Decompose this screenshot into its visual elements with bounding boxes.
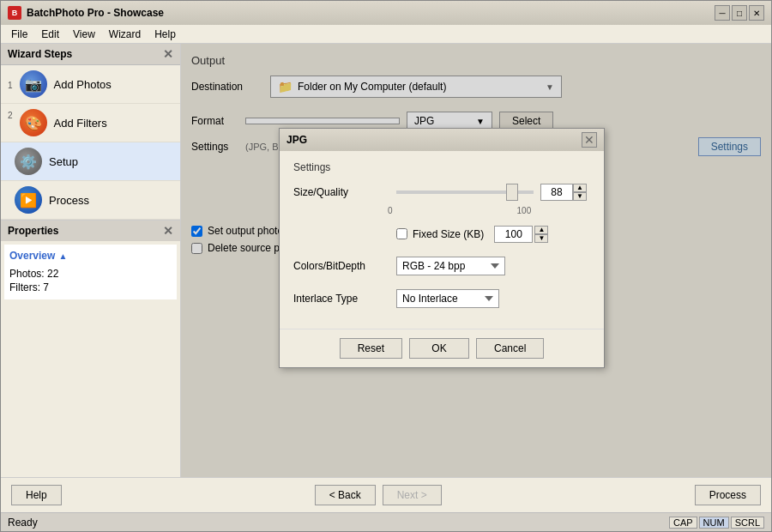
menu-help[interactable]: Help [148,27,183,41]
sidebar-item-add-filters[interactable]: 2 🎨 Add Filters [1,104,180,142]
slider-max-label: 100 [517,206,532,215]
fixed-size-down-button[interactable]: ▼ [534,234,548,243]
bottom-bar: Help < Back Next > Process [1,477,771,512]
modal-footer: Reset OK Cancel [280,329,604,367]
quality-up-button[interactable]: ▲ [573,184,587,192]
sidebar-item-process[interactable]: ▶️ Process [1,181,180,220]
add-photos-icon: 📷 [20,70,47,98]
slider-container: ▲ ▼ [396,184,590,201]
interlace-label: Interlace Type [293,293,388,305]
status-bar: Ready CAP NUM SCRL [1,512,771,531]
bottom-left: Help [11,485,62,505]
reset-button[interactable]: Reset [340,338,402,359]
step-num-2: 2 [8,111,13,120]
fixed-size-input-group: ▲ ▼ [494,226,548,243]
size-quality-label: Size/Quality [293,186,388,198]
interlace-row: Interlace Type No Interlace Progressive [293,289,590,308]
back-button[interactable]: < Back [315,485,376,505]
main-window: B BatchPhoto Pro - Showcase ─ □ ✕ File E… [0,0,772,532]
sidebar-item-setup[interactable]: ⚙️ Setup [1,142,180,181]
photos-count: Photos: 22 [9,267,172,281]
quality-spinner-buttons: ▲ ▼ [573,184,587,201]
properties-panel: Properties ✕ Overview ▲ Photos: 22 Filte… [1,220,180,303]
menu-wizard[interactable]: Wizard [102,27,148,41]
fixed-size-label: Fixed Size (KB) [413,228,484,240]
overview-title: Overview ▲ [9,250,172,262]
content-area: Output Destination 📁 Folder on My Comput… [181,44,771,477]
fixed-size-checkbox[interactable] [396,228,407,239]
properties-label: Properties [8,225,58,237]
process-icon: ▶️ [15,186,42,214]
menu-file[interactable]: File [4,27,34,41]
modal-close-button[interactable]: ✕ [582,132,597,148]
title-bar: B BatchPhoto Pro - Showcase ─ □ ✕ [1,1,771,25]
overview-section: Overview ▲ Photos: 22 Filters: 7 [4,245,177,299]
num-indicator: NUM [699,517,729,529]
quality-down-button[interactable]: ▼ [573,192,587,201]
sidebar: Wizard Steps ✕ 1 📷 Add Photos 2 🎨 Add Fi… [1,44,181,477]
size-quality-row: Size/Quality ▲ ▼ [293,184,590,201]
add-filters-icon: 🎨 [20,109,47,136]
fixed-size-value-input[interactable] [494,226,533,243]
setup-icon: ⚙️ [15,148,42,175]
colors-row: Colors/BitDepth RGB - 24 bpp Grayscale -… [293,257,590,275]
help-button[interactable]: Help [11,485,62,505]
scrl-indicator: SCRL [731,517,764,529]
quality-spinner: ▲ ▼ [540,184,587,201]
modal-overlay: JPG ✕ Settings Size/Quality [181,44,771,477]
app-logo: B [8,6,21,20]
close-button[interactable]: ✕ [749,5,764,21]
step-num-1: 1 [8,81,13,90]
fixed-size-spinner-buttons: ▲ ▼ [534,226,548,243]
setup-label: Setup [49,155,78,168]
title-bar-left: B BatchPhoto Pro - Showcase [8,6,164,20]
sidebar-header: Wizard Steps ✕ [1,44,180,65]
next-button[interactable]: Next > [383,485,442,505]
add-photos-label: Add Photos [54,78,112,91]
modal-settings-label: Settings [293,161,590,173]
wizard-steps-label: Wizard Steps [8,48,72,60]
process-button[interactable]: Process [695,485,761,505]
modal-title: JPG [286,134,307,146]
slider-range-labels: 0 100 [388,206,590,215]
properties-close-button[interactable]: ✕ [163,224,173,238]
sidebar-close-button[interactable]: ✕ [163,47,173,61]
colors-dropdown[interactable]: RGB - 24 bpp Grayscale - 8 bpp CMYK - 32… [396,257,505,275]
process-label: Process [49,194,89,207]
fixed-size-up-button[interactable]: ▲ [534,226,548,234]
sidebar-item-add-photos[interactable]: 1 📷 Add Photos [1,65,180,104]
status-indicators: CAP NUM SCRL [669,517,764,529]
menu-bar: File Edit View Wizard Help [1,25,771,44]
filters-count: Filters: 7 [9,281,172,294]
quality-value-input[interactable] [540,184,573,201]
overview-chevron-icon[interactable]: ▲ [58,251,67,261]
fixed-size-row: Fixed Size (KB) ▲ ▼ [293,226,590,243]
modal-body: Settings Size/Quality ▲ ▼ [280,151,604,325]
cap-indicator: CAP [669,517,697,529]
menu-view[interactable]: View [66,27,102,41]
status-text: Ready [8,517,38,529]
title-controls: ─ □ ✕ [715,5,764,21]
app-title: BatchPhoto Pro - Showcase [27,7,164,19]
jpg-settings-modal: JPG ✕ Settings Size/Quality [279,128,605,368]
menu-edit[interactable]: Edit [34,27,66,41]
bottom-center: < Back Next > [315,485,442,505]
ok-button[interactable]: OK [409,338,469,359]
properties-header: Properties ✕ [1,221,180,241]
quality-slider[interactable] [396,190,534,194]
fixed-size-checkbox-row: Fixed Size (KB) ▲ ▼ [396,226,548,243]
minimize-button[interactable]: ─ [715,5,730,21]
colors-label: Colors/BitDepth [293,260,388,272]
slider-min-label: 0 [388,206,393,215]
maximize-button[interactable]: □ [732,5,747,21]
add-filters-label: Add Filters [54,117,107,130]
bottom-right: Process [695,485,761,505]
cancel-button[interactable]: Cancel [476,338,544,359]
modal-title-bar: JPG ✕ [280,129,604,151]
interlace-dropdown[interactable]: No Interlace Progressive [396,289,499,308]
main-area: Wizard Steps ✕ 1 📷 Add Photos 2 🎨 Add Fi… [1,44,771,477]
